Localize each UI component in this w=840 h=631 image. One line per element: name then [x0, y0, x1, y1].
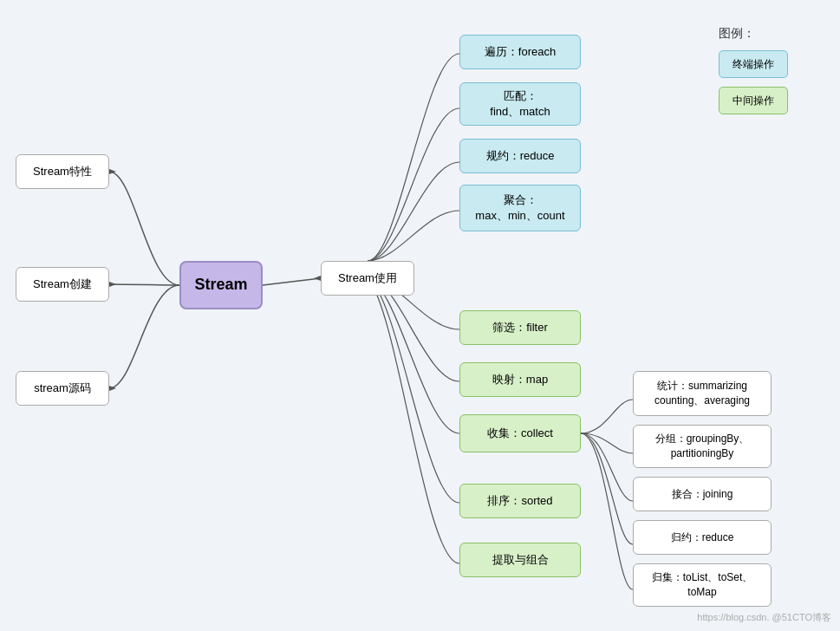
foreach-node: 遍历：foreach	[459, 35, 581, 69]
tolist-label: 归集：toList、toSet、toMap	[652, 570, 753, 600]
grouping-node: 分组：groupingBy、partitioningBy	[633, 425, 772, 468]
reduce-label: 规约：reduce	[486, 148, 555, 164]
aggregate-node: 聚合：max、min、count	[459, 185, 581, 231]
legend-intermediate-label: 中间操作	[733, 94, 774, 108]
legend-intermediate-item: 中间操作	[719, 87, 788, 114]
stream-create-node: Stream创建	[16, 267, 109, 302]
legend-title: 图例：	[719, 26, 788, 42]
watermark: https://blog.csdn. @51CTO博客	[697, 611, 831, 624]
legend-terminal-label: 终端操作	[733, 57, 774, 72]
summarizing-node: 统计：summarizingcounting、averaging	[633, 371, 772, 416]
findmatch-node: 匹配：find、match	[459, 82, 581, 126]
reduce2-node: 归约：reduce	[633, 520, 772, 555]
collect-node: 收集：collect	[459, 414, 581, 452]
extract-node: 提取与组合	[459, 543, 581, 577]
svg-marker-1	[109, 282, 116, 287]
legend-terminal-item: 终端操作	[719, 50, 788, 78]
svg-marker-2	[109, 386, 116, 391]
tolist-node: 归集：toList、toSet、toMap	[633, 563, 772, 607]
collect-label: 收集：collect	[487, 426, 553, 441]
findmatch-label: 匹配：find、match	[490, 88, 550, 120]
aggregate-label: 聚合：max、min、count	[475, 192, 564, 224]
summarizing-label: 统计：summarizingcounting、averaging	[654, 379, 750, 408]
map-label: 映射：map	[492, 372, 548, 387]
grouping-label: 分组：groupingBy、partitioningBy	[655, 432, 750, 461]
foreach-label: 遍历：foreach	[485, 44, 556, 60]
legend-terminal-box: 终端操作	[719, 50, 788, 78]
sorted-label: 排序：sorted	[487, 493, 552, 509]
stream-use-label: Stream使用	[338, 270, 397, 286]
stream-props-node: Stream特性	[16, 154, 109, 189]
svg-marker-4	[314, 276, 321, 281]
sorted-node: 排序：sorted	[459, 484, 581, 518]
diagram-container: Stream Stream特性 Stream创建 stream源码 Stream…	[0, 0, 840, 631]
stream-create-label: Stream创建	[33, 276, 92, 292]
center-node: Stream	[179, 261, 263, 309]
map-node: 映射：map	[459, 362, 581, 397]
svg-line-3	[263, 278, 321, 285]
legend-intermediate-box: 中间操作	[719, 87, 788, 114]
filter-node: 筛选：filter	[459, 310, 581, 345]
extract-label: 提取与组合	[492, 552, 549, 568]
stream-use-node: Stream使用	[321, 261, 414, 296]
reduce-node: 规约：reduce	[459, 139, 581, 173]
center-label: Stream	[194, 274, 247, 296]
svg-marker-0	[109, 169, 116, 174]
legend: 图例： 终端操作 中间操作	[719, 26, 788, 123]
stream-source-label: stream源码	[34, 381, 91, 396]
reduce2-label: 归约：reduce	[671, 530, 734, 545]
stream-props-label: Stream特性	[33, 164, 92, 179]
joining-node: 接合：joining	[633, 477, 772, 511]
joining-label: 接合：joining	[672, 487, 733, 502]
filter-label: 筛选：filter	[492, 320, 548, 335]
stream-source-node: stream源码	[16, 371, 109, 406]
